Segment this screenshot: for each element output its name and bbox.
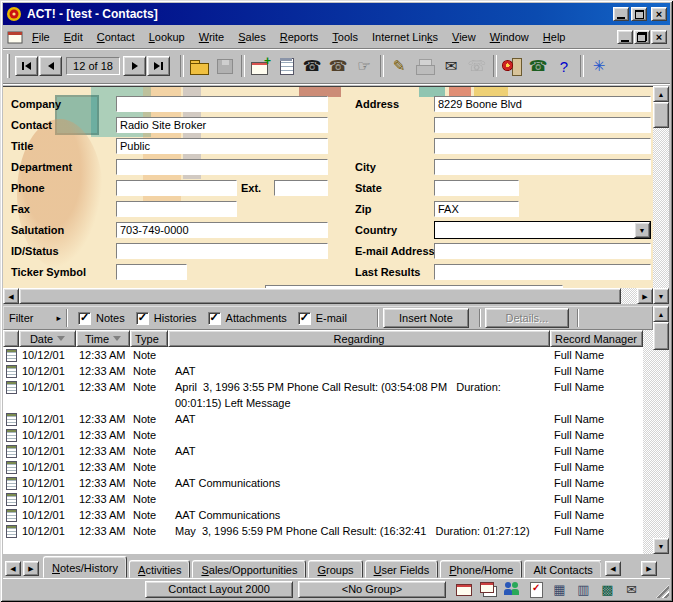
menu-item-internet-links[interactable]: Internet Links bbox=[365, 27, 445, 47]
checkbox-box[interactable] bbox=[208, 312, 221, 325]
table-row[interactable]: 10/12/01 12:33 AM Note Full Name bbox=[3, 347, 643, 363]
filter-dropdown[interactable]: Filter ▸ bbox=[4, 307, 66, 329]
toolbar-act-exit-button[interactable] bbox=[499, 53, 525, 79]
checkbox-attachments[interactable]: Attachments bbox=[208, 312, 287, 325]
notes-scroll-down-button[interactable]: ▼ bbox=[653, 538, 669, 554]
next-record-button[interactable] bbox=[123, 56, 146, 76]
status-daily-calendar-button[interactable]: ▦ bbox=[552, 582, 567, 596]
tab-notes-history[interactable]: Notes/History bbox=[43, 556, 127, 578]
table-row[interactable]: 10/12/01 12:33 AM Note April 3, 1996 3:5… bbox=[3, 379, 643, 411]
status-task-list-button[interactable] bbox=[528, 582, 543, 596]
toolbar-insert-note-button[interactable] bbox=[273, 53, 299, 79]
form-horizontal-scrollbar[interactable]: ◀ ▶ bbox=[3, 288, 653, 304]
toolbar-help-button[interactable]: ? bbox=[551, 53, 577, 79]
title-bar[interactable]: ACT! - [test - Contacts] × bbox=[3, 3, 670, 25]
toolbar-write-letter-button[interactable]: ✎ bbox=[386, 53, 412, 79]
toolbar-write-email-button[interactable]: ✉ bbox=[438, 53, 464, 79]
toolbar-quick-action-button[interactable]: ☞ bbox=[351, 53, 377, 79]
country-dropdown-button[interactable]: ▼ bbox=[634, 222, 650, 238]
menu-item-lookup[interactable]: Lookup bbox=[142, 27, 192, 47]
fax-field[interactable] bbox=[116, 201, 237, 217]
notes-scroll-up-button[interactable]: ▲ bbox=[653, 306, 669, 322]
country-combobox[interactable]: ▼ bbox=[434, 221, 651, 239]
checkbox-e-mail[interactable]: E-mail bbox=[298, 312, 347, 325]
tab-scroll-left-button[interactable]: ◀ bbox=[5, 561, 21, 576]
record-manager-column-header[interactable]: Record Manager bbox=[550, 330, 643, 347]
tab-scroll-right-button[interactable]: ▶ bbox=[23, 561, 39, 576]
city-field[interactable] bbox=[434, 159, 651, 175]
tab-strip-left-button[interactable]: ◀ bbox=[605, 561, 621, 576]
form-scroll-down-button[interactable]: ▼ bbox=[653, 288, 669, 304]
menu-item-reports[interactable]: Reports bbox=[273, 27, 326, 47]
tab-sales-opportunities[interactable]: Sales/Opportunities bbox=[192, 560, 306, 578]
status-contact-view-button[interactable] bbox=[456, 582, 471, 596]
menu-item-tools[interactable]: Tools bbox=[325, 27, 365, 47]
toolbar-grip[interactable] bbox=[7, 54, 10, 78]
mdi-minimize-button[interactable] bbox=[617, 30, 633, 44]
ticker-symbol-field[interactable] bbox=[116, 264, 187, 280]
table-row[interactable]: 10/12/01 12:33 AM Note Full Name bbox=[3, 427, 643, 443]
form-scroll-right-button[interactable]: ▶ bbox=[637, 288, 653, 304]
status-monthly-calendar-button[interactable]: ▩ bbox=[600, 582, 615, 596]
mdi-restore-button[interactable] bbox=[634, 30, 650, 44]
insert-note-button[interactable]: Insert Note bbox=[383, 308, 469, 328]
regarding-column-header[interactable]: Regarding bbox=[168, 330, 550, 347]
last-results-field[interactable] bbox=[434, 264, 651, 280]
ext-field[interactable] bbox=[274, 180, 328, 196]
address-field-2[interactable] bbox=[434, 117, 651, 133]
form-vertical-scrollbar[interactable]: ▲ ▼ bbox=[653, 86, 669, 304]
menu-item-window[interactable]: Window bbox=[483, 27, 536, 47]
date-column-header[interactable]: Date bbox=[19, 330, 76, 347]
title-field[interactable]: Public bbox=[116, 138, 328, 154]
contact-layout-button[interactable]: Contact Layout 2000 bbox=[145, 581, 293, 598]
checkbox-histories[interactable]: Histories bbox=[136, 312, 197, 325]
contact-field[interactable]: Radio Site Broker bbox=[116, 117, 328, 133]
menu-item-write[interactable]: Write bbox=[192, 27, 231, 47]
status-groups-view-button[interactable] bbox=[504, 582, 519, 596]
department-field[interactable] bbox=[116, 159, 328, 175]
time-column-header[interactable]: Time bbox=[76, 330, 130, 347]
email-address-field[interactable] bbox=[434, 243, 651, 259]
form-hscroll-thumb[interactable] bbox=[19, 288, 621, 304]
form-scroll-left-button[interactable]: ◀ bbox=[3, 288, 19, 304]
type-column-header[interactable]: Type bbox=[130, 330, 168, 347]
toolbar-print-button[interactable] bbox=[412, 53, 438, 79]
table-row[interactable]: 10/12/01 12:33 AM Note AAT Full Name bbox=[3, 443, 643, 459]
table-row[interactable]: 10/12/01 12:33 AM Note Full Name bbox=[3, 491, 643, 507]
details-button[interactable]: Details... bbox=[485, 308, 569, 328]
table-row[interactable]: 10/12/01 12:33 AM Note AAT Full Name bbox=[3, 411, 643, 427]
first-record-button[interactable] bbox=[15, 56, 38, 76]
salutation-field[interactable]: 703-749-0000 bbox=[116, 222, 328, 238]
checkbox-box[interactable] bbox=[78, 312, 91, 325]
toolbar-open-database-button[interactable] bbox=[186, 53, 212, 79]
mdi-close-button[interactable]: × bbox=[651, 30, 667, 44]
previous-record-button[interactable] bbox=[39, 56, 62, 76]
company-field[interactable] bbox=[116, 96, 328, 112]
group-selector-button[interactable]: <No Group> bbox=[298, 581, 446, 598]
form-scroll-up-button[interactable]: ▲ bbox=[653, 86, 669, 102]
tab-user-fields[interactable]: User Fields bbox=[365, 560, 439, 578]
notes-vertical-scrollbar[interactable]: ▲ ▼ bbox=[653, 306, 669, 554]
menu-item-contact[interactable]: Contact bbox=[90, 27, 142, 47]
id-status-field[interactable] bbox=[116, 243, 328, 259]
table-row[interactable]: 10/12/01 12:33 AM Note AAT Communication… bbox=[3, 507, 643, 523]
toolbar-sideact-button[interactable]: ✳ bbox=[586, 53, 612, 79]
last-record-button[interactable] bbox=[147, 56, 170, 76]
zip-field[interactable]: FAX bbox=[434, 201, 519, 217]
toolbar-internet-phone-button[interactable]: ☎ bbox=[525, 53, 551, 79]
tab-strip-right-button[interactable]: ▶ bbox=[641, 561, 657, 576]
status-weekly-calendar-button[interactable]: ▥ bbox=[576, 582, 591, 596]
toolbar-dialer-button[interactable]: ☏ bbox=[464, 53, 490, 79]
address-field-1[interactable]: 8229 Boone Blvd bbox=[434, 96, 651, 112]
status-email-inbox-button[interactable]: ✉ bbox=[624, 582, 639, 596]
tab-groups[interactable]: Groups bbox=[308, 560, 362, 578]
checkbox-box[interactable] bbox=[298, 312, 311, 325]
tab-activities[interactable]: Activities bbox=[129, 560, 190, 578]
toolbar-phone-call-button[interactable]: ☎ bbox=[299, 53, 325, 79]
table-row[interactable]: 10/12/01 12:33 AM Note AAT Communication… bbox=[3, 475, 643, 491]
icon-column-header[interactable] bbox=[3, 330, 19, 347]
menu-item-help[interactable]: Help bbox=[536, 27, 573, 47]
status-contact-list-button[interactable] bbox=[480, 582, 495, 596]
menu-item-file[interactable]: File bbox=[25, 27, 57, 47]
toolbar-phone-log-button[interactable]: ☎ bbox=[325, 53, 351, 79]
